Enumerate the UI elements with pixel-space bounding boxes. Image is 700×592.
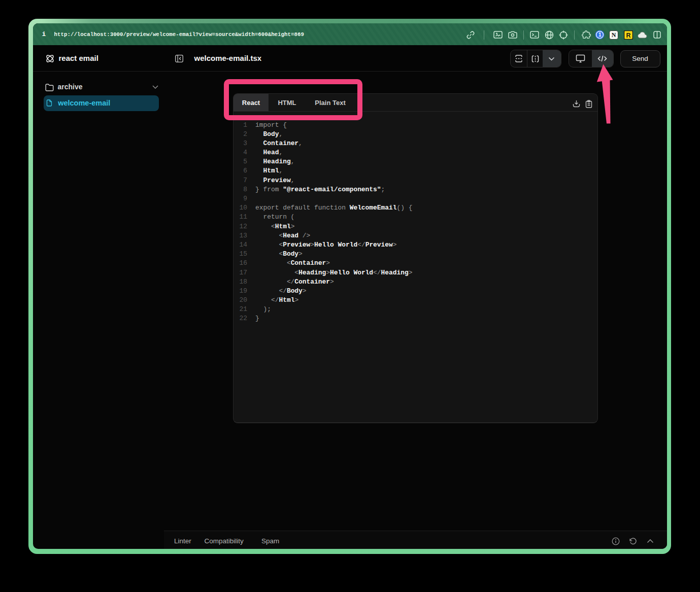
svg-text:R: R	[626, 31, 630, 39]
svg-text:N: N	[612, 31, 616, 39]
svg-text:1: 1	[598, 32, 602, 38]
